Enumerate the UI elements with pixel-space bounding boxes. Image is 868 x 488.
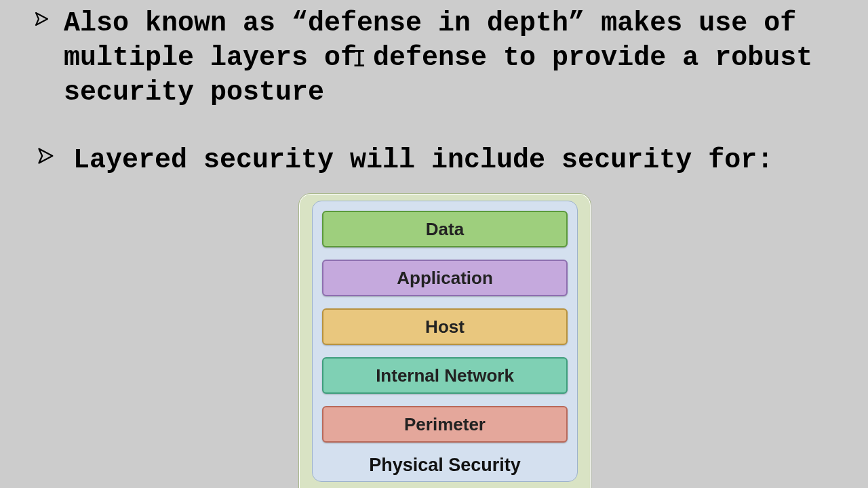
layer-data: Data	[322, 211, 568, 247]
layer-perimeter: Perimeter	[322, 406, 568, 443]
bullet-2-text: Layered security will include security f…	[73, 145, 773, 176]
text-cursor-icon: I	[352, 45, 367, 76]
bullet-point-1: Also known as “defense in depth” makes u…	[34, 7, 848, 110]
layer-internal-network: Internal Network	[322, 357, 568, 394]
layer-physical-security: Physical Security	[322, 455, 568, 476]
bullet-arrow-icon	[37, 146, 56, 165]
bullet-arrow-icon	[34, 11, 53, 30]
bullet-point-2: Layered security will include security f…	[34, 144, 848, 178]
layered-security-diagram: Data Application Host Internal Network P…	[298, 193, 591, 488]
bullet-1-text: Also known as “defense in depth” makes u…	[64, 8, 812, 108]
slide: Also known as “defense in depth” makes u…	[0, 0, 868, 488]
diagram-inner: Data Application Host Internal Network P…	[312, 201, 578, 482]
layer-application: Application	[322, 260, 568, 296]
layer-host: Host	[322, 308, 568, 345]
